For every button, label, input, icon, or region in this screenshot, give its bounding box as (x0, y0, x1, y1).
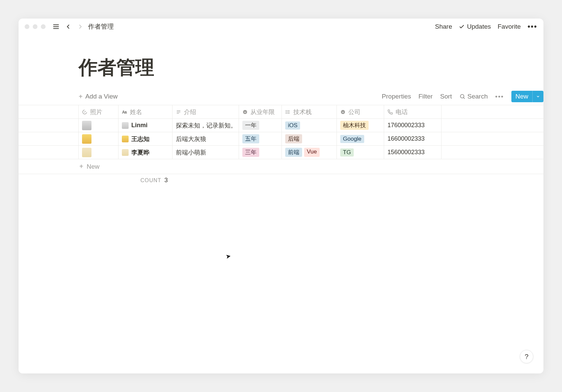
cell-photo[interactable] (79, 146, 118, 159)
search-label: Search (467, 93, 488, 100)
column-intro-label: 介绍 (184, 108, 196, 116)
cell-intro[interactable]: 探索未知，记录新知。 (172, 119, 239, 132)
cell-phone[interactable]: 16600002333 (384, 132, 441, 145)
name-text: Linmi (131, 122, 148, 129)
new-button-label: New (511, 91, 532, 102)
attachment-icon (82, 109, 87, 115)
cell-phone[interactable]: 15600002333 (384, 146, 441, 159)
cell-years[interactable]: 一年 (239, 119, 282, 132)
new-button-caret[interactable] (532, 91, 543, 102)
plus-icon: + (79, 163, 83, 170)
traffic-close-icon[interactable] (25, 24, 29, 29)
avatar-thumbnail (82, 134, 91, 144)
count-value: 3 (164, 177, 168, 184)
count-cell[interactable]: COUNT 3 (79, 177, 171, 184)
updates-button[interactable]: Updates (459, 23, 491, 30)
tag: 前端 (285, 148, 302, 157)
plus-icon: + (79, 93, 83, 101)
sort-button[interactable]: Sort (440, 93, 452, 100)
add-view-button[interactable]: + Add a View (79, 93, 117, 101)
cell-stack[interactable]: 前端Vue (282, 146, 337, 159)
database-table: 照片 Aa 姓名 介绍 从业年限 技术栈 (19, 105, 543, 187)
svg-point-3 (460, 94, 464, 98)
cell-years[interactable]: 五年 (239, 132, 282, 145)
cell-years[interactable]: 三年 (239, 146, 282, 159)
updates-label: Updates (467, 23, 491, 30)
page-icon (122, 136, 129, 142)
check-icon (459, 24, 465, 30)
cell-intro[interactable]: 前端小萌新 (172, 146, 239, 159)
table-footer: COUNT 3 (19, 174, 543, 187)
column-photo[interactable]: 照片 (79, 105, 118, 118)
svg-point-16 (341, 110, 345, 114)
share-button[interactable]: Share (435, 23, 452, 30)
row-gutter (19, 146, 79, 159)
cell-company[interactable]: TG (337, 146, 384, 159)
favorite-button[interactable]: Favorite (498, 23, 521, 30)
cell-photo[interactable] (79, 119, 118, 132)
column-stack[interactable]: 技术栈 (282, 105, 337, 118)
page-icon (122, 122, 129, 129)
column-company-label: 公司 (348, 108, 360, 116)
name-text: 李夏晔 (131, 148, 150, 157)
new-button[interactable]: New (511, 91, 543, 102)
phone-icon (387, 109, 393, 115)
properties-button[interactable]: Properties (382, 93, 411, 100)
column-company[interactable]: 公司 (337, 105, 384, 118)
more-menu-icon[interactable]: ••• (528, 22, 537, 31)
column-intro[interactable]: 介绍 (172, 105, 239, 118)
database-toolbar: + Add a View Properties Filter Sort Sear… (19, 91, 543, 105)
search-icon (459, 93, 465, 100)
window-controls[interactable] (25, 24, 46, 29)
select-icon (340, 109, 346, 115)
nav-back-icon[interactable] (64, 23, 72, 30)
cell-intro[interactable]: 后端大灰狼 (172, 132, 239, 145)
cell-stack[interactable]: 后端 (282, 132, 337, 145)
cell-stack[interactable]: iOS (282, 119, 337, 132)
cell-company[interactable]: Google (337, 132, 384, 145)
header-gutter (19, 105, 79, 118)
sidebar-toggle-icon[interactable] (52, 23, 60, 30)
topbar: 作者管理 Share Updates Favorite ••• (19, 19, 543, 35)
new-row-button[interactable]: + New (19, 159, 543, 174)
title-icon: Aa (122, 109, 127, 115)
row-gutter (19, 132, 79, 145)
cell-company[interactable]: 柚木科技 (337, 119, 384, 132)
svg-text:Aa: Aa (122, 110, 127, 114)
table-row[interactable]: Linmi探索未知，记录新知。一年iOS柚木科技17600002333 (19, 119, 543, 132)
nav-forward-icon (77, 23, 84, 30)
tag: TG (340, 148, 354, 157)
search-button[interactable]: Search (459, 93, 488, 100)
column-years[interactable]: 从业年限 (239, 105, 282, 118)
toolbar-more-icon[interactable]: ••• (495, 93, 504, 100)
traffic-max-icon[interactable] (41, 24, 46, 29)
svg-point-15 (286, 113, 286, 113)
table-row[interactable]: 王志知后端大灰狼五年后端Google16600002333 (19, 132, 543, 146)
cell-name[interactable]: 李夏晔 (118, 146, 172, 159)
table-body: Linmi探索未知，记录新知。一年iOS柚木科技17600002333王志知后端… (19, 119, 543, 159)
name-text: 王志知 (131, 135, 150, 143)
cell-photo[interactable] (79, 132, 118, 145)
page-icon (122, 149, 129, 156)
cell-name[interactable]: Linmi (118, 119, 172, 132)
traffic-min-icon[interactable] (33, 24, 37, 29)
tag: Google (340, 135, 364, 143)
breadcrumb[interactable]: 作者管理 (88, 22, 114, 31)
column-photo-label: 照片 (90, 108, 102, 116)
column-phone[interactable]: 电话 (384, 105, 441, 118)
row-gutter (19, 119, 79, 132)
column-name[interactable]: Aa 姓名 (118, 105, 172, 118)
svg-point-9 (243, 110, 247, 114)
cell-name[interactable]: 王志知 (118, 132, 172, 145)
tag: 三年 (242, 148, 259, 157)
tag: 一年 (242, 121, 259, 130)
tag: Vue (304, 148, 320, 157)
table-row[interactable]: 李夏晔前端小萌新三年前端VueTG15600002333 (19, 146, 543, 159)
cell-phone[interactable]: 17600002333 (384, 119, 441, 132)
select-icon (242, 109, 248, 115)
column-name-label: 姓名 (130, 108, 142, 116)
page-title[interactable]: 作者管理 (19, 55, 543, 91)
help-button[interactable]: ? (520, 350, 533, 363)
page-content: 作者管理 + Add a View Properties Filter Sort… (19, 35, 543, 187)
filter-button[interactable]: Filter (419, 93, 433, 100)
